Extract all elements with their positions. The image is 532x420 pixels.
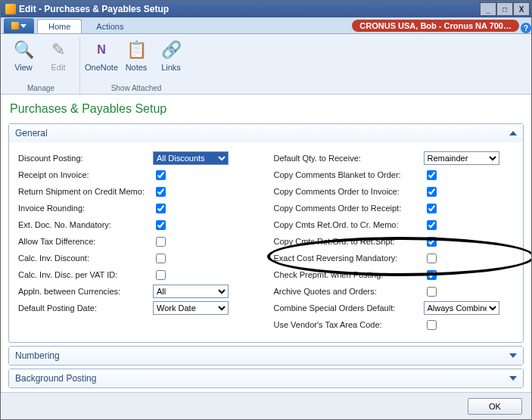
exact-cost-reversing-label: Exact Cost Reversing Mandatory:: [274, 254, 424, 263]
field-copy-cmts-retord-shpt: Copy Cmts Ret.Ord. to Ret.Shpt:: [274, 233, 515, 250]
allow-tax-diff-label: Allow Tax Difference:: [18, 237, 153, 246]
field-copy-cmts-retord-cm: Copy Cmts Ret.Ord. to Cr. Memo:: [274, 216, 515, 233]
archive-quotes-label: Archive Quotes and Orders:: [274, 287, 424, 296]
invoice-rounding-label: Invoice Rounding:: [18, 204, 153, 213]
view-button[interactable]: 🔍 View: [7, 37, 40, 81]
links-button[interactable]: 🔗 Links: [154, 37, 188, 81]
allow-tax-diff-checkbox[interactable]: [156, 237, 166, 247]
app-logo-icon: [11, 22, 19, 30]
receipt-on-invoice-checkbox[interactable]: [156, 170, 166, 180]
default-qty-receive-select[interactable]: Remainder: [424, 151, 499, 165]
field-default-qty-receive: Default Qty. to Receive: Remainder: [274, 150, 515, 166]
fasttab-numbering-header[interactable]: Numbering: [9, 347, 523, 365]
combine-special-orders-label: Combine Special Orders Default:: [274, 303, 424, 313]
field-check-prepmt: Check Prepmt. when Posting:: [274, 266, 515, 283]
copy-cmts-retord-shpt-checkbox[interactable]: [427, 237, 437, 247]
fasttab-general: General Discount Posting: All Discounts …: [8, 123, 524, 343]
window-title: Edit - Purchases & Payables Setup: [19, 4, 480, 14]
fasttab-general-header[interactable]: General: [9, 124, 523, 142]
field-invoice-rounding: Invoice Rounding:: [18, 200, 259, 216]
use-vendor-tax-checkbox[interactable]: [427, 320, 437, 330]
chevron-up-icon: [509, 131, 517, 135]
field-use-vendor-tax: Use Vendor's Tax Area Code:: [274, 316, 515, 333]
copy-cmts-retord-cm-checkbox[interactable]: [427, 220, 437, 230]
notes-icon: 📋: [125, 39, 148, 61]
onenote-button[interactable]: N OneNote: [85, 37, 118, 81]
default-qty-receive-label: Default Qty. to Receive:: [274, 154, 424, 163]
appln-currencies-label: Appln. between Currencies:: [18, 287, 153, 296]
ribbon-group-manage: 🔍 View ✎ Edit Manage: [2, 37, 80, 94]
fasttab-general-body: Discount Posting: All Discounts Receipt …: [9, 142, 523, 342]
exact-cost-reversing-checkbox[interactable]: [427, 254, 437, 263]
dialog-button-bar: OK: [1, 392, 531, 419]
ribbon-tabs: Home Actions CRONUS USA, Bob - Cronus NA…: [1, 17, 531, 34]
archive-quotes-checkbox[interactable]: [427, 287, 437, 297]
maximize-button[interactable]: □: [496, 2, 513, 16]
general-right-column: Default Qty. to Receive: Remainder Copy …: [274, 150, 515, 333]
ribbon-group-show-attached: N OneNote 📋 Notes 🔗 Links Show Attached: [80, 37, 192, 94]
notes-button[interactable]: 📋 Notes: [120, 37, 153, 81]
field-allow-tax-diff: Allow Tax Difference:: [18, 233, 259, 250]
edit-label: Edit: [51, 63, 66, 72]
discount-posting-select[interactable]: All Discounts: [153, 151, 229, 165]
ext-doc-no-label: Ext. Doc. No. Mandatory:: [18, 220, 153, 229]
field-copy-cmts-order-rcpt: Copy Comments Order to Receipt:: [274, 200, 515, 216]
copy-cmts-order-rcpt-checkbox[interactable]: [427, 204, 437, 213]
fasttab-background-header[interactable]: Background Posting: [9, 369, 523, 387]
calc-inv-disc-label: Calc. Inv. Discount:: [18, 254, 153, 263]
copy-cmts-order-inv-label: Copy Comments Order to Invoice:: [274, 187, 424, 196]
minimize-button[interactable]: _: [480, 2, 496, 16]
calc-inv-disc-checkbox[interactable]: [156, 254, 166, 263]
copy-cmts-order-rcpt-label: Copy Comments Order to Receipt:: [274, 204, 424, 213]
ext-doc-no-checkbox[interactable]: [156, 220, 166, 230]
receipt-on-invoice-label: Receipt on Invoice:: [18, 170, 153, 179]
appln-currencies-select[interactable]: All: [153, 285, 229, 298]
close-button[interactable]: X: [513, 2, 530, 16]
field-exact-cost-reversing: Exact Cost Reversing Mandatory:: [274, 250, 515, 266]
ribbon-group-show-label: Show Attached: [111, 84, 162, 92]
help-button[interactable]: ?: [521, 23, 531, 33]
ok-button[interactable]: OK: [468, 398, 522, 415]
field-discount-posting: Discount Posting: All Discounts: [18, 150, 259, 166]
default-posting-date-label: Default Posting Date:: [18, 303, 153, 313]
pencil-icon: ✎: [47, 39, 70, 61]
field-combine-special-orders: Combine Special Orders Default: Always C…: [274, 300, 515, 316]
company-context-badge: CRONUS USA, Bob - Cronus NA 700…: [352, 20, 519, 32]
field-archive-quotes: Archive Quotes and Orders:: [274, 283, 515, 300]
page-body: Purchases & Payables Setup General Disco…: [1, 95, 531, 396]
copy-cmts-order-inv-checkbox[interactable]: [427, 187, 437, 197]
fasttab-numbering: Numbering: [8, 346, 524, 366]
field-receipt-on-invoice: Receipt on Invoice:: [18, 166, 259, 183]
application-menu-button[interactable]: [4, 18, 34, 33]
calc-inv-disc-vat-checkbox[interactable]: [156, 270, 166, 280]
field-copy-cmts-blanket: Copy Comments Blanket to Order:: [274, 166, 515, 183]
magnifier-icon: 🔍: [12, 39, 35, 61]
view-label: View: [14, 63, 33, 72]
field-appln-currencies: Appln. between Currencies: All: [18, 283, 259, 300]
page-title: Purchases & Payables Setup: [10, 102, 524, 116]
field-default-posting-date: Default Posting Date: Work Date: [18, 300, 259, 316]
dropdown-icon: [20, 24, 26, 28]
links-label: Links: [161, 63, 181, 72]
invoice-rounding-checkbox[interactable]: [156, 204, 166, 213]
chevron-down-icon: [509, 353, 517, 358]
check-prepmt-checkbox[interactable]: [427, 270, 437, 280]
field-calc-inv-disc-vat: Calc. Inv. Disc. per VAT ID:: [18, 266, 259, 283]
fasttab-background-posting: Background Posting: [8, 369, 524, 388]
onenote-label: OneNote: [85, 63, 118, 72]
chevron-down-icon: [509, 376, 517, 381]
copy-cmts-blanket-checkbox[interactable]: [427, 170, 437, 180]
return-shipment-cm-checkbox[interactable]: [156, 187, 166, 197]
tab-actions[interactable]: Actions: [85, 19, 135, 33]
use-vendor-tax-label: Use Vendor's Tax Area Code:: [274, 320, 424, 329]
combine-special-orders-select[interactable]: Always Combine: [424, 301, 499, 315]
company-context-text: CRONUS USA, Bob - Cronus NA 700…: [359, 21, 512, 30]
tab-home[interactable]: Home: [37, 19, 82, 33]
ribbon-group-manage-label: Manage: [27, 84, 54, 92]
notes-label: Notes: [126, 63, 148, 72]
default-posting-date-select[interactable]: Work Date: [153, 301, 229, 315]
fasttab-general-label: General: [15, 128, 509, 138]
calc-inv-disc-vat-label: Calc. Inv. Disc. per VAT ID:: [18, 270, 153, 279]
ribbon: 🔍 View ✎ Edit Manage N OneNote 📋 Notes 🔗…: [1, 34, 531, 95]
general-left-column: Discount Posting: All Discounts Receipt …: [18, 150, 259, 333]
